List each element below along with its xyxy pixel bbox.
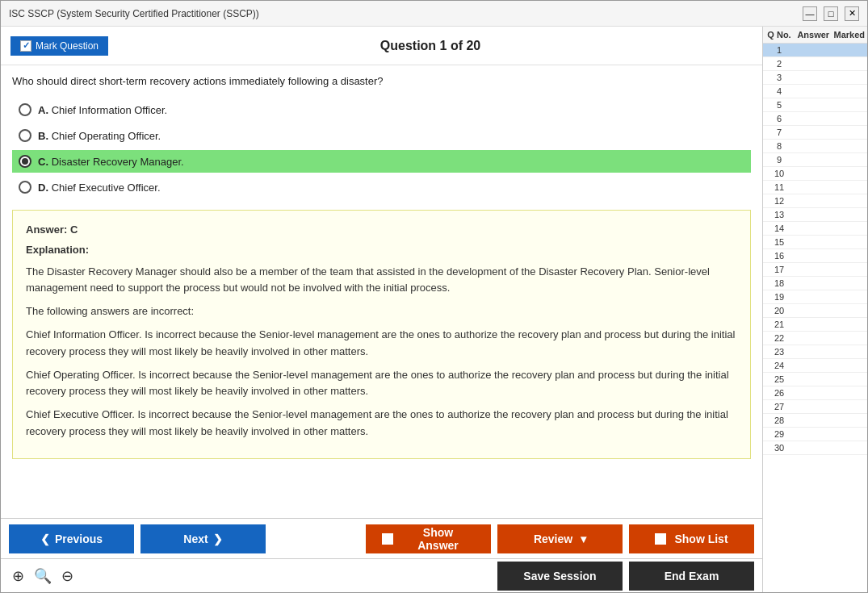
sidebar-row[interactable]: 29 xyxy=(763,428,867,441)
option-d-text: D. Chief Executive Officer. xyxy=(38,182,161,194)
zoom-out-button[interactable]: ⊖ xyxy=(58,566,77,587)
sidebar-row[interactable]: 6 xyxy=(763,112,867,126)
answer-para-2: The following answers are incorrect: xyxy=(26,303,737,320)
zoom-in-button[interactable]: ⊕ xyxy=(9,566,27,587)
sidebar-row[interactable]: 18 xyxy=(763,277,867,290)
option-d[interactable]: D. Chief Executive Officer. xyxy=(12,176,751,198)
sidebar-row[interactable]: 21 xyxy=(763,318,867,332)
previous-chevron-icon: ❮ xyxy=(40,532,50,545)
minimize-button[interactable]: — xyxy=(803,6,817,21)
sidebar-row[interactable]: 9 xyxy=(763,153,867,167)
show-list-label: Show List xyxy=(674,532,728,545)
option-c-text: C. Disaster Recovery Manager. xyxy=(38,156,184,168)
option-c[interactable]: C. Disaster Recovery Manager. xyxy=(12,150,751,173)
window-title: ISC SSCP (System Security Certified Prac… xyxy=(9,8,259,19)
answer-para-3: Chief Information Officer. Is incorrect … xyxy=(26,327,737,361)
question-title: Question 1 of 20 xyxy=(108,39,753,53)
sidebar: Q No. Answer Marked 12345678910111213141… xyxy=(762,27,867,592)
sidebar-row[interactable]: 17 xyxy=(763,263,867,277)
main-panel: ✓ Mark Question Question 1 of 20 Who sho… xyxy=(1,27,762,592)
bottom-buttons-area: ❮ Previous Next ❯ ■ Show Answer xyxy=(1,518,762,592)
sidebar-col-answer: Answer xyxy=(795,30,832,40)
answer-box: Answer: C Explanation: The Disaster Reco… xyxy=(12,210,751,459)
option-c-radio xyxy=(19,155,31,168)
show-list-checkbox-icon: ✓ xyxy=(655,533,666,545)
sidebar-row[interactable]: 20 xyxy=(763,304,867,318)
show-answer-checkbox-icon: ■ xyxy=(382,533,393,545)
sidebar-row[interactable]: 3 xyxy=(763,71,867,85)
sidebar-row[interactable]: 4 xyxy=(763,85,867,98)
option-a[interactable]: A. Chief Information Officer. xyxy=(12,98,751,121)
mark-question-button[interactable]: ✓ Mark Question xyxy=(10,36,108,56)
next-chevron-icon: ❯ xyxy=(213,532,223,545)
option-a-text: A. Chief Information Officer. xyxy=(38,104,167,116)
answer-para-4: Chief Operating Officer. Is incorrect be… xyxy=(26,367,737,401)
sidebar-row[interactable]: 15 xyxy=(763,236,867,249)
option-d-radio xyxy=(19,181,31,194)
next-button[interactable]: Next ❯ xyxy=(140,524,266,553)
maximize-button[interactable]: □ xyxy=(824,6,838,21)
sidebar-row[interactable]: 10 xyxy=(763,167,867,181)
close-button[interactable]: ✕ xyxy=(845,6,859,21)
previous-label: Previous xyxy=(55,532,103,545)
question-text: Who should direct short-term recovery ac… xyxy=(12,75,751,87)
save-session-label: Save Session xyxy=(523,570,596,583)
review-label: Review xyxy=(534,532,572,545)
sidebar-row[interactable]: 14 xyxy=(763,222,867,236)
answer-para-5: Chief Executive Officer. Is incorrect be… xyxy=(26,407,737,441)
sidebar-row[interactable]: 22 xyxy=(763,332,867,345)
sidebar-row[interactable]: 25 xyxy=(763,373,867,386)
sidebar-row[interactable]: 13 xyxy=(763,208,867,222)
sidebar-row[interactable]: 26 xyxy=(763,386,867,400)
end-exam-label: End Exam xyxy=(665,570,719,583)
zoom-normal-button[interactable]: 🔍 xyxy=(31,566,55,587)
sidebar-row[interactable]: 23 xyxy=(763,345,867,359)
previous-button[interactable]: ❮ Previous xyxy=(9,524,134,553)
answer-para-1: The Disaster Recovery Manager should als… xyxy=(26,264,737,298)
review-button[interactable]: Review ▾ xyxy=(497,524,623,553)
sidebar-row[interactable]: 7 xyxy=(763,126,867,140)
explanation-label: Explanation: xyxy=(26,242,737,259)
sidebar-row[interactable]: 19 xyxy=(763,290,867,304)
window-controls: — □ ✕ xyxy=(803,6,859,21)
sidebar-row[interactable]: 28 xyxy=(763,414,867,428)
second-row: ⊕ 🔍 ⊖ Save Session End Exam xyxy=(1,558,762,592)
sidebar-row[interactable]: 5 xyxy=(763,98,867,112)
options-list: A. Chief Information Officer. B. Chief O… xyxy=(12,98,751,198)
sidebar-row[interactable]: 27 xyxy=(763,400,867,414)
sidebar-row[interactable]: 12 xyxy=(763,194,867,208)
review-chevron-icon: ▾ xyxy=(581,532,586,545)
mark-checkbox-icon: ✓ xyxy=(20,40,31,52)
sidebar-row[interactable]: 16 xyxy=(763,249,867,263)
sidebar-row[interactable]: 11 xyxy=(763,181,867,194)
answer-label: Answer: C xyxy=(26,222,737,239)
show-answer-button[interactable]: ■ Show Answer xyxy=(366,524,491,553)
option-b-text: B. Chief Operating Officer. xyxy=(38,130,161,142)
question-body: Who should direct short-term recovery ac… xyxy=(1,65,762,518)
sidebar-row[interactable]: 1 xyxy=(763,44,867,57)
sidebar-col-qno: Q No. xyxy=(763,30,795,40)
sidebar-list[interactable]: 1234567891011121314151617181920212223242… xyxy=(763,44,867,592)
sidebar-row[interactable]: 2 xyxy=(763,57,867,71)
sidebar-row[interactable]: 30 xyxy=(763,441,867,455)
mark-question-label: Mark Question xyxy=(36,40,99,52)
sidebar-col-marked: Marked xyxy=(832,30,868,40)
zoom-area: ⊕ 🔍 ⊖ xyxy=(9,566,77,587)
header-bar: ✓ Mark Question Question 1 of 20 xyxy=(1,27,762,65)
title-bar: ISC SSCP (System Security Certified Prac… xyxy=(1,1,867,27)
content-area: ✓ Mark Question Question 1 of 20 Who sho… xyxy=(1,27,867,592)
option-b[interactable]: B. Chief Operating Officer. xyxy=(12,124,751,147)
option-b-radio xyxy=(19,129,31,142)
main-window: ISC SSCP (System Security Certified Prac… xyxy=(0,0,868,593)
option-a-radio xyxy=(19,103,31,116)
next-label: Next xyxy=(183,532,208,545)
sidebar-header: Q No. Answer Marked xyxy=(763,27,867,44)
bottom-bar: ❮ Previous Next ❯ ■ Show Answer xyxy=(1,518,762,558)
end-exam-button[interactable]: End Exam xyxy=(629,562,754,591)
save-session-button[interactable]: Save Session xyxy=(497,562,623,591)
show-answer-label: Show Answer xyxy=(401,526,475,552)
sidebar-row[interactable]: 24 xyxy=(763,359,867,373)
show-list-button[interactable]: ✓ Show List xyxy=(629,524,754,553)
sidebar-row[interactable]: 8 xyxy=(763,140,867,153)
